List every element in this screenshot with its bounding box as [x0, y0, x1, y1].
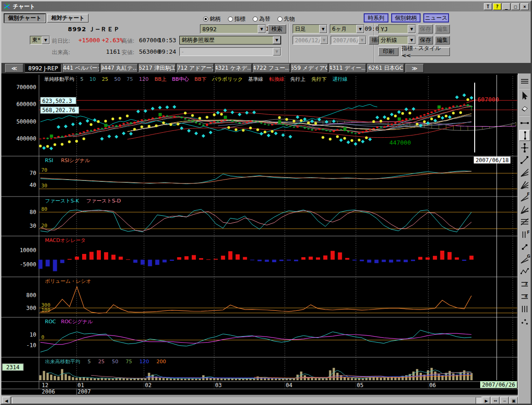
save-style-button[interactable]: 保存: [418, 24, 433, 34]
drawing-tool-strip: FFG34: [518, 73, 531, 404]
low-price: 563000: [139, 48, 161, 55]
volume-value: 1161: [106, 48, 120, 55]
radio-stock[interactable]: 銘柄: [203, 15, 221, 23]
edit-style-button[interactable]: 編集: [435, 24, 450, 34]
next-tabs-button[interactable]: ≫: [405, 64, 424, 73]
chevron-down-icon[interactable]: ▼: [356, 25, 364, 33]
radio-dot: [277, 17, 283, 22]
stock-tab[interactable]: 4722 フュー...: [253, 64, 290, 73]
radio-index[interactable]: 指標: [228, 15, 245, 23]
individual-stock-button[interactable]: 個別銘柄: [391, 13, 421, 22]
svg-text:-10: -10: [26, 342, 36, 349]
svg-text:ROCシグナル: ROCシグナル: [61, 319, 93, 325]
gann-fan-wide-tool-icon[interactable]: [519, 204, 530, 215]
horizontal-segment-tool-icon[interactable]: [519, 118, 530, 129]
print-button[interactable]: 印刷: [378, 47, 399, 56]
separator: [374, 23, 375, 66]
four-point-channel-tool-icon[interactable]: 4: [519, 291, 530, 302]
cursor-tool-icon[interactable]: [519, 90, 530, 101]
three-point-channel-tool-icon[interactable]: 3: [519, 279, 530, 290]
blank-combo[interactable]: -▼: [179, 47, 281, 56]
gann-grid-tool-icon[interactable]: G: [519, 254, 530, 265]
chevron-down-icon[interactable]: ▼: [319, 25, 327, 33]
prev-tabs-button[interactable]: ≪: [5, 64, 23, 73]
scroll-track[interactable]: [11, 397, 482, 405]
stock-tab[interactable]: 9441 ベルパーク: [63, 64, 100, 73]
chevron-down-icon[interactable]: ▼: [42, 36, 50, 44]
exchange-combo[interactable]: 東*▼: [30, 36, 50, 45]
relative-chart-button[interactable]: 相対チャート: [47, 14, 89, 22]
trend-line-tool-icon[interactable]: [519, 155, 530, 166]
svg-text:BB中心: BB中心: [172, 76, 189, 82]
vertical-time-lines-tool-icon[interactable]: [519, 304, 530, 315]
chevron-down-icon[interactable]: ▼: [408, 25, 416, 33]
news-button[interactable]: ニュース: [423, 13, 449, 22]
chevron-down-icon[interactable]: ▼: [408, 36, 416, 44]
search-button[interactable]: 検索: [268, 24, 286, 34]
eraser-tool-icon[interactable]: [519, 103, 530, 114]
svg-text:2006: 2006: [42, 388, 55, 395]
zoom-out-button[interactable]: −: [500, 397, 509, 405]
period-combo[interactable]: 日足▼: [293, 24, 327, 34]
stock-tab[interactable]: 6659 メディアGL: [291, 64, 328, 73]
scroll-thumb[interactable]: [12, 397, 476, 405]
point-markers-tool-icon[interactable]: [519, 316, 530, 327]
fan-lines-tool-icon[interactable]: [519, 167, 530, 178]
app-icon: [3, 3, 11, 10]
chevron-down-icon[interactable]: ▼: [358, 36, 366, 44]
cross-line-tool-icon[interactable]: [519, 142, 530, 153]
scroll-left-button[interactable]: ◀: [2, 397, 11, 405]
reference-history-combo[interactable]: 銘柄参照履歴▼: [179, 36, 281, 45]
chevron-down-icon[interactable]: ▼: [273, 48, 281, 56]
chart-canvas[interactable]: 700000600000500000400000623,502.3568,202…: [1, 73, 518, 395]
svg-text:F: F: [527, 192, 530, 197]
style-preset-combo[interactable]: YJ▼: [378, 24, 416, 34]
svg-text:ファーストS-K: ファーストS-K: [45, 198, 79, 204]
stock-tab[interactable]: 4712 アドアーズ: [177, 64, 214, 73]
svg-text:50: 50: [112, 359, 118, 365]
stock-tab[interactable]: 4321 ケネデ...: [215, 64, 252, 73]
maximize-button[interactable]: □: [511, 3, 520, 10]
analysis-line-combo[interactable]: 分析線▼: [378, 36, 416, 45]
span-combo[interactable]: 6ヶ月▼: [330, 24, 365, 34]
speed-resistance-lines-tool-icon[interactable]: [519, 217, 530, 228]
individual-chart-button[interactable]: 個別チャート: [4, 14, 45, 22]
radio-forex[interactable]: 為替: [253, 15, 270, 23]
edit-line-button[interactable]: 編集: [435, 36, 450, 45]
close-button[interactable]: ×: [521, 3, 529, 10]
tool-t-button[interactable]: T: [484, 3, 492, 10]
indicator-style-toggle-button[interactable]: 指標・スタイル<<: [401, 47, 450, 56]
symbol-combo[interactable]: 8992▼: [200, 24, 266, 34]
stock-tab[interactable]: 4311 ディー...: [329, 64, 366, 73]
zoom-reset-button[interactable]: ▣: [510, 397, 518, 405]
gann-fan-tool-icon[interactable]: [519, 180, 530, 191]
date-from-combo[interactable]: 2006/12/18▼: [293, 36, 328, 45]
stock-tab[interactable]: 9447 丸紅テ...: [101, 64, 138, 73]
fibonacci-time-zones-tool-icon[interactable]: F: [519, 229, 530, 240]
fibonacci-fan-tool-icon[interactable]: F: [519, 192, 530, 203]
minimize-button[interactable]: _: [502, 3, 510, 10]
date-to-combo[interactable]: 2007/06/18▼: [331, 36, 366, 45]
chevron-down-icon[interactable]: ▼: [320, 36, 328, 44]
svg-text:70: 70: [41, 167, 47, 173]
chevron-down-icon[interactable]: ▼: [273, 36, 281, 44]
svg-text:600000: 600000: [17, 101, 36, 107]
radio-futures[interactable]: 先物: [277, 15, 295, 23]
svg-text:80: 80: [30, 209, 36, 215]
stock-tab[interactable]: 6261 日本GC: [367, 64, 404, 73]
vertical-segment-tool-icon[interactable]: [519, 130, 530, 141]
zigzag-line-tool-icon[interactable]: [519, 266, 530, 277]
stock-tab[interactable]: 8992 J-REP: [25, 64, 61, 73]
save-line-button[interactable]: 保存: [418, 36, 433, 45]
svg-text:先行下: 先行下: [311, 76, 327, 82]
short-trend-line-tool-icon[interactable]: [519, 242, 530, 253]
chevron-down-icon[interactable]: ▼: [258, 25, 266, 33]
svg-text:3: 3: [525, 281, 527, 286]
time-series-button[interactable]: 時系列: [364, 13, 388, 22]
change-value: +15000: [78, 37, 100, 44]
pan-mode-button[interactable]: ⇔: [491, 397, 499, 405]
stock-tab[interactable]: 6217 津田駒工: [139, 64, 176, 73]
help-button[interactable]: ?: [493, 3, 501, 10]
scroll-right-button[interactable]: ▶: [482, 397, 491, 405]
svg-text:G: G: [527, 254, 530, 259]
